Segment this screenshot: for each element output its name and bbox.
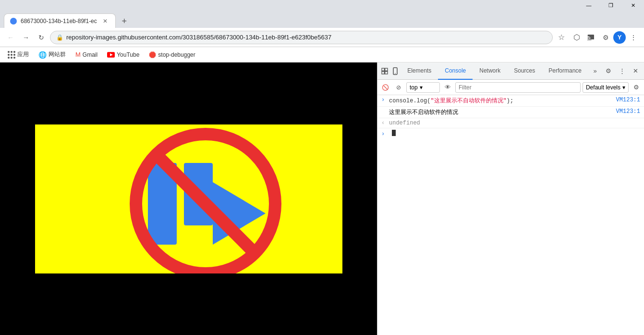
svg-rect-11 bbox=[385, 71, 388, 74]
bookmark-stop-debugger[interactable]: 🛑 stop-debugger bbox=[145, 49, 199, 61]
bookmark-apps-label: 应用 bbox=[17, 50, 29, 59]
console-output-spacer: › bbox=[381, 108, 386, 115]
devtools-tab-performance[interactable]: Performance bbox=[542, 62, 588, 80]
maximize-button[interactable]: ❐ bbox=[600, 0, 622, 11]
bookmark-website-group[interactable]: 🌐 网站群 bbox=[35, 49, 70, 61]
context-value: top bbox=[410, 84, 418, 91]
tab-title: 68673000-134b-11eb-89f1-ec bbox=[21, 18, 97, 25]
youtube-icon bbox=[107, 52, 115, 58]
browser-viewport bbox=[0, 62, 377, 335]
address-bar: ← → ↻ 🔒 repository-images.githubusercont… bbox=[0, 28, 644, 47]
url-text: repository-images.githubusercontent.com/… bbox=[66, 34, 547, 41]
close-button[interactable]: ✕ bbox=[622, 0, 644, 11]
console-string-value: "这里展示不自动软件的情况" bbox=[430, 98, 506, 104]
bookmark-button[interactable]: ☆ bbox=[555, 31, 568, 44]
console-filter-toggle[interactable]: ⊘ bbox=[393, 82, 404, 93]
console-output-text: 这里展示不启动软件的情况 bbox=[389, 108, 616, 116]
console-line-3: ‹ undefined bbox=[377, 118, 644, 128]
filter-input[interactable] bbox=[455, 82, 581, 93]
devtools-inspect-btn[interactable] bbox=[379, 64, 390, 78]
devtools-more-icon[interactable]: » bbox=[588, 64, 602, 78]
svg-rect-9 bbox=[385, 68, 388, 71]
console-line-1-text: console.log("这里展示不自动软件的情况"); bbox=[389, 97, 616, 105]
console-line-1: › console.log("这里展示不自动软件的情况"); VM123:1 bbox=[377, 95, 644, 107]
devtools-tab-network[interactable]: Network bbox=[473, 62, 507, 80]
no-autoplay-image bbox=[35, 124, 342, 273]
active-tab[interactable]: 68673000-134b-11eb-89f1-ec ✕ bbox=[4, 13, 116, 28]
main-content: Elements Console Network Sources Perform… bbox=[0, 62, 644, 335]
tab-bar: 68673000-134b-11eb-89f1-ec ✕ + bbox=[0, 11, 644, 28]
console-code-suffix: ); bbox=[507, 98, 513, 104]
extensions-icon[interactable]: ⬡ bbox=[570, 31, 583, 44]
bookmark-gmail[interactable]: M Gmail bbox=[72, 49, 101, 61]
context-selector[interactable]: top ▾ bbox=[406, 82, 440, 93]
toolbar-icons: ⬡ ⚙ Y ⋮ bbox=[570, 31, 640, 44]
menu-icon[interactable]: ⋮ bbox=[627, 31, 640, 44]
svg-point-13 bbox=[395, 73, 396, 74]
minimize-button[interactable]: — bbox=[578, 0, 600, 11]
default-levels-dropdown[interactable]: Default levels ▾ bbox=[583, 82, 629, 93]
browser-window: — ❐ ✕ 68673000-134b-11eb-89f1-ec ✕ + ← →… bbox=[0, 0, 644, 335]
svg-rect-8 bbox=[382, 68, 384, 71]
windows-title-bar: — ❐ ✕ bbox=[0, 0, 644, 11]
console-prompt-arrow: › bbox=[381, 131, 386, 137]
forward-button[interactable]: → bbox=[19, 31, 33, 44]
bookmark-youtube[interactable]: YouTube bbox=[103, 49, 143, 61]
website-group-icon: 🌐 bbox=[38, 51, 47, 59]
console-location-1[interactable]: VM123:1 bbox=[616, 97, 640, 103]
console-input-arrow: › bbox=[381, 97, 386, 103]
bookmark-stop-debugger-label: stop-debugger bbox=[158, 51, 195, 58]
profile-icon[interactable]: Y bbox=[613, 31, 626, 44]
console-cursor-area[interactable] bbox=[392, 130, 396, 138]
tab-close-button[interactable]: ✕ bbox=[101, 17, 109, 25]
back-button[interactable]: ← bbox=[4, 31, 17, 44]
devtools-more-tabs: » ⚙ ⋮ ✕ bbox=[588, 64, 642, 78]
bookmark-apps[interactable]: 应用 bbox=[4, 49, 33, 61]
levels-dropdown-arrow: ▾ bbox=[622, 84, 625, 91]
settings-icon[interactable]: ⚙ bbox=[599, 31, 612, 44]
console-input-prompt-line[interactable]: › bbox=[377, 128, 644, 139]
console-output[interactable]: › console.log("这里展示不自动软件的情况"); VM123:1 ›… bbox=[377, 95, 644, 335]
apps-grid-icon bbox=[8, 51, 15, 59]
bookmark-youtube-label: YouTube bbox=[117, 51, 139, 58]
default-levels-label: Default levels bbox=[586, 84, 620, 91]
console-clear-btn[interactable]: 🚫 bbox=[379, 82, 391, 93]
bookmarks-bar: 应用 🌐 网站群 M Gmail YouTube 🛑 stop-debugger bbox=[0, 47, 644, 62]
svg-rect-10 bbox=[382, 71, 384, 74]
devtools-settings-icon[interactable]: ⚙ bbox=[602, 64, 615, 78]
console-toolbar: 🚫 ⊘ top ▾ 👁 Default levels ▾ ⚙ bbox=[377, 80, 644, 95]
devtools-overflow-icon[interactable]: ⋮ bbox=[615, 64, 629, 78]
context-dropdown-arrow: ▾ bbox=[420, 84, 423, 91]
console-result-arrow: ‹ bbox=[381, 120, 386, 126]
refresh-button[interactable]: ↻ bbox=[35, 31, 48, 44]
new-tab-button[interactable]: + bbox=[118, 14, 131, 28]
bookmark-website-group-label: 网站群 bbox=[49, 50, 66, 59]
chrome-cast-icon[interactable] bbox=[584, 31, 598, 44]
devtools-tab-elements[interactable]: Elements bbox=[401, 62, 438, 80]
console-code-prefix: console.log( bbox=[389, 98, 430, 104]
devtools-mobile-btn[interactable] bbox=[390, 64, 401, 78]
devtools-tab-sources[interactable]: Sources bbox=[507, 62, 542, 80]
stop-debugger-icon: 🛑 bbox=[149, 51, 156, 58]
console-undefined-value: undefined bbox=[389, 120, 420, 126]
image-container bbox=[35, 124, 342, 273]
console-cursor bbox=[392, 130, 396, 136]
bookmark-gmail-label: Gmail bbox=[83, 51, 97, 58]
tab-favicon bbox=[10, 18, 17, 25]
devtools-panel: Elements Console Network Sources Perform… bbox=[377, 62, 644, 335]
gmail-icon: M bbox=[75, 51, 81, 58]
url-bar[interactable]: 🔒 repository-images.githubusercontent.co… bbox=[50, 31, 553, 44]
lock-icon: 🔒 bbox=[56, 34, 63, 41]
devtools-tab-console[interactable]: Console bbox=[438, 62, 473, 80]
console-settings-btn[interactable]: ⚙ bbox=[631, 82, 642, 93]
console-line-2: › 这里展示不启动软件的情况 VM123:1 bbox=[377, 107, 644, 118]
devtools-close-icon[interactable]: ✕ bbox=[629, 64, 642, 78]
console-location-2[interactable]: VM123:1 bbox=[616, 108, 640, 115]
eye-button[interactable]: 👁 bbox=[442, 82, 453, 93]
devtools-tab-bar: Elements Console Network Sources Perform… bbox=[377, 62, 644, 80]
